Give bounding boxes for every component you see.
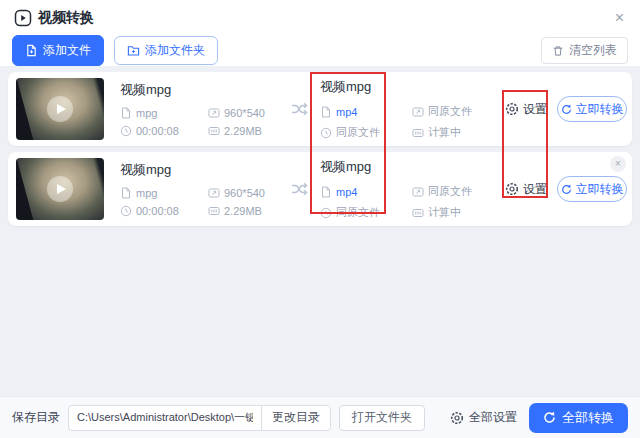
convert-now-label: 立即转换 (576, 181, 624, 198)
source-size: 2.29MB (208, 125, 280, 137)
filesize-icon (208, 205, 220, 217)
source-info: 视频mpg mpg 960*540 00:00:08 2.29MB (120, 161, 280, 217)
screen-icon (208, 107, 220, 119)
output-duration: 同原文件 (320, 205, 412, 220)
settings-label: 设置 (523, 181, 547, 198)
add-file-button[interactable]: 添加文件 (12, 35, 104, 66)
convert-now-button[interactable]: 立即转换 (557, 96, 627, 122)
video-thumbnail[interactable] (16, 78, 104, 140)
source-duration: 00:00:08 (120, 125, 208, 137)
convert-circle-icon (561, 184, 572, 195)
screen-icon (412, 186, 424, 198)
convert-now-label: 立即转换 (576, 101, 624, 118)
output-file-title: 视频mpg (320, 158, 505, 176)
clear-list-button[interactable]: 清空列表 (541, 37, 628, 64)
source-resolution: 960*540 (208, 187, 280, 199)
shuffle-icon (280, 102, 320, 116)
screen-icon (412, 106, 424, 118)
filesize-icon (412, 127, 424, 139)
settings-label: 设置 (523, 101, 547, 118)
gear-icon (450, 411, 464, 425)
settings-button[interactable]: 设置 (505, 181, 557, 198)
gear-icon (505, 102, 519, 116)
output-format: mp4 (320, 184, 412, 199)
remove-row-icon[interactable]: × (610, 156, 626, 172)
clock-icon (320, 127, 332, 139)
play-icon[interactable] (47, 96, 73, 122)
output-resolution: 同原文件 (412, 104, 505, 119)
convert-circle-icon (543, 411, 556, 424)
source-file-title: 视频mpg (120, 81, 280, 99)
filesize-icon (412, 207, 424, 219)
all-settings-button[interactable]: 全部设置 (450, 409, 517, 426)
filesize-icon (208, 125, 220, 137)
source-info: 视频mpg mpg 960*540 00:00:08 2.29MB (120, 81, 280, 137)
file-icon (320, 186, 332, 198)
convert-all-button[interactable]: 全部转换 (529, 403, 628, 433)
save-path-input[interactable] (69, 406, 261, 430)
gear-icon (505, 182, 519, 196)
save-path-group: 更改目录 (68, 405, 331, 431)
folder-plus-icon (127, 44, 140, 57)
clock-icon (120, 125, 132, 137)
source-format: mpg (120, 107, 208, 119)
video-thumbnail[interactable] (16, 158, 104, 220)
output-format: mp4 (320, 104, 412, 119)
source-resolution: 960*540 (208, 107, 280, 119)
file-icon (120, 107, 132, 119)
window-close-icon[interactable]: × (613, 10, 626, 26)
file-plus-icon (25, 44, 38, 57)
file-list: 视频mpg mpg 960*540 00:00:08 2.29MB (0, 66, 640, 396)
open-folder-button[interactable]: 打开文件夹 (339, 405, 425, 431)
convert-all-label: 全部转换 (562, 409, 614, 427)
page-title: 视频转换 (38, 9, 94, 27)
clock-icon (320, 207, 332, 219)
toolbar: 添加文件 添加文件夹 清空列表 (0, 27, 640, 66)
file-icon (120, 187, 132, 199)
video-convert-app-icon (14, 9, 32, 27)
source-size: 2.29MB (208, 205, 280, 217)
clock-icon (120, 205, 132, 217)
titlebar: 视频转换 × (0, 0, 640, 27)
clear-list-label: 清空列表 (569, 42, 617, 59)
screen-icon (208, 187, 220, 199)
header: 视频转换 × 添加文件 添加文件夹 清空列表 (0, 0, 640, 66)
settings-button[interactable]: 设置 (505, 101, 557, 118)
source-duration: 00:00:08 (120, 205, 208, 217)
shuffle-icon (280, 182, 320, 196)
file-row-1: 视频mpg mpg 960*540 00:00:08 2.29MB (8, 72, 632, 146)
output-info: 视频mpg mp4 同原文件 同原文件 计算中 (320, 78, 505, 140)
output-file-title: 视频mpg (320, 78, 505, 96)
file-row-2: × 视频mpg mpg 960*540 00:00:08 (8, 152, 632, 226)
play-icon[interactable] (47, 176, 73, 202)
source-file-title: 视频mpg (120, 161, 280, 179)
output-duration: 同原文件 (320, 125, 412, 140)
footer-bar: 保存目录 更改目录 打开文件夹 全部设置 全部转换 (0, 396, 640, 438)
output-size: 计算中 (412, 125, 505, 140)
add-folder-label: 添加文件夹 (145, 42, 205, 59)
trash-icon (552, 45, 564, 57)
convert-now-button[interactable]: 立即转换 (557, 176, 627, 202)
output-resolution: 同原文件 (412, 184, 505, 199)
add-file-label: 添加文件 (43, 42, 91, 59)
output-info: 视频mpg mp4 同原文件 同原文件 计算中 (320, 158, 505, 220)
source-format: mpg (120, 187, 208, 199)
change-dir-button[interactable]: 更改目录 (261, 406, 330, 430)
output-size: 计算中 (412, 205, 505, 220)
file-icon (320, 106, 332, 118)
all-settings-label: 全部设置 (469, 409, 517, 426)
convert-circle-icon (561, 104, 572, 115)
add-folder-button[interactable]: 添加文件夹 (114, 36, 218, 65)
save-dir-label: 保存目录 (12, 409, 60, 426)
